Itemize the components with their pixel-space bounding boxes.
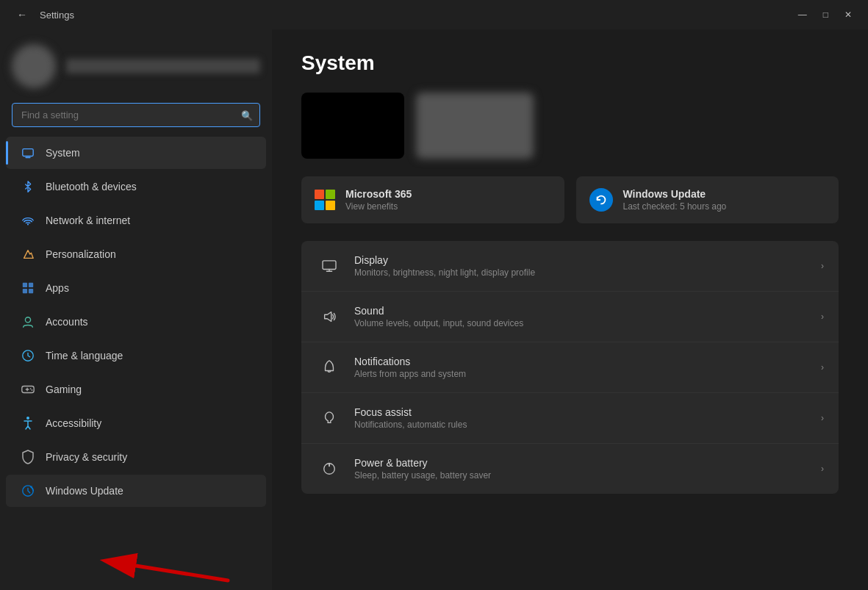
svg-rect-5 — [23, 289, 27, 293]
svg-rect-4 — [29, 283, 33, 287]
sound-icon — [316, 303, 342, 330]
sidebar-item-windows-update[interactable]: Windows Update — [6, 475, 266, 507]
sidebar-item-privacy[interactable]: Privacy & security — [6, 441, 266, 473]
setting-item-power[interactable]: Power & battery Sleep, battery usage, ba… — [301, 444, 839, 494]
power-text: Power & battery Sleep, battery usage, ba… — [354, 457, 821, 481]
display-icon — [316, 253, 342, 279]
search-box: 🔍 — [12, 103, 260, 127]
close-button[interactable]: ✕ — [837, 7, 859, 23]
sidebar-item-label-windows-update: Windows Update — [46, 485, 123, 497]
info-cards: Microsoft 365 View benefits Windows Upda… — [301, 176, 839, 223]
sound-text: Sound Volume levels, output, input, soun… — [354, 305, 821, 328]
svg-rect-3 — [23, 283, 27, 287]
svg-point-7 — [25, 317, 30, 323]
setting-item-notifications[interactable]: Notifications Alerts from apps and syste… — [301, 342, 839, 393]
ms365-subtitle: View benefits — [345, 201, 412, 212]
setting-item-sound[interactable]: Sound Volume levels, output, input, soun… — [301, 292, 839, 342]
notifications-text: Notifications Alerts from apps and syste… — [354, 356, 821, 379]
device-image — [301, 93, 404, 159]
ms365-icon — [315, 190, 335, 210]
sidebar-item-gaming[interactable]: Gaming — [6, 373, 266, 406]
display-chevron: › — [821, 261, 824, 271]
power-description: Sleep, battery usage, battery saver — [354, 470, 821, 481]
user-info — [66, 59, 260, 73]
user-profile — [0, 29, 272, 100]
focus-assist-text: Focus assist Notifications, automatic ru… — [354, 406, 821, 430]
time-icon — [21, 348, 35, 363]
sidebar-item-label-accessibility: Accessibility — [46, 417, 101, 429]
svg-rect-6 — [29, 289, 33, 293]
windows-update-icon — [589, 188, 613, 212]
sidebar-item-label-gaming: Gaming — [46, 384, 82, 395]
search-input[interactable] — [12, 103, 260, 127]
privacy-icon — [21, 450, 35, 464]
ms365-card[interactable]: Microsoft 365 View benefits — [301, 176, 564, 223]
notifications-icon — [316, 354, 342, 381]
sidebar-item-time[interactable]: Time & language — [6, 339, 266, 372]
notifications-label: Notifications — [354, 356, 821, 367]
svg-point-11 — [32, 389, 33, 391]
svg-rect-14 — [323, 261, 336, 270]
settings-window: ← Settings — □ ✕ 🔍 — [0, 0, 868, 590]
back-button[interactable]: ← — [12, 4, 32, 25]
svg-rect-0 — [23, 149, 33, 157]
focus-assist-icon — [316, 405, 342, 431]
sidebar-item-accessibility[interactable]: Accessibility — [6, 407, 266, 439]
sound-description: Volume levels, output, input, sound devi… — [354, 318, 821, 328]
svg-point-2 — [27, 223, 29, 225]
setting-item-display[interactable]: Display Monitors, brightness, night ligh… — [301, 241, 839, 292]
accessibility-icon — [21, 416, 35, 431]
display-description: Monitors, brightness, night light, displ… — [354, 267, 821, 278]
windows-update-title: Windows Update — [623, 188, 727, 200]
sidebar-item-apps[interactable]: Apps — [6, 272, 266, 304]
focus-assist-label: Focus assist — [354, 406, 821, 418]
titlebar-title: Settings — [40, 10, 74, 21]
apps-icon — [21, 281, 35, 295]
power-label: Power & battery — [354, 457, 821, 469]
device-name-blurred — [416, 93, 534, 159]
sidebar-item-personalization[interactable]: Personalization — [6, 238, 266, 270]
search-icon: 🔍 — [241, 109, 253, 120]
content-area: 🔍 System Bluetooth & device — [0, 29, 868, 590]
focus-assist-chevron: › — [821, 413, 824, 423]
sidebar-item-system[interactable]: System — [6, 137, 266, 169]
personalization-icon — [21, 247, 35, 262]
sound-chevron: › — [821, 312, 824, 322]
svg-point-12 — [26, 417, 29, 420]
titlebar-controls: — □ ✕ — [791, 7, 859, 23]
titlebar: ← Settings — □ ✕ — [0, 0, 868, 29]
power-chevron: › — [821, 464, 824, 474]
main-content: System Microsoft 365 — [272, 29, 868, 590]
sound-label: Sound — [354, 305, 821, 317]
sidebar-item-label-accounts: Accounts — [46, 316, 88, 328]
ms365-title: Microsoft 365 — [345, 188, 412, 200]
sidebar-item-label-network: Network & internet — [46, 215, 130, 226]
sidebar-item-label-personalization: Personalization — [46, 248, 116, 260]
sidebar-item-accounts[interactable]: Accounts — [6, 306, 266, 338]
bluetooth-icon — [21, 179, 35, 194]
sidebar-item-bluetooth[interactable]: Bluetooth & devices — [6, 170, 266, 203]
network-icon — [21, 213, 35, 228]
page-title: System — [301, 51, 839, 75]
power-icon — [316, 456, 342, 482]
sidebar-item-label-privacy: Privacy & security — [46, 451, 127, 463]
setting-item-focus-assist[interactable]: Focus assist Notifications, automatic ru… — [301, 393, 839, 444]
windows-update-text: Windows Update Last checked: 5 hours ago — [623, 188, 727, 212]
sidebar-item-label-time: Time & language — [46, 350, 123, 361]
ms365-text: Microsoft 365 View benefits — [345, 188, 412, 212]
maximize-button[interactable]: □ — [816, 7, 836, 23]
settings-list: Display Monitors, brightness, night ligh… — [301, 241, 839, 494]
windows-update-subtitle: Last checked: 5 hours ago — [623, 201, 727, 212]
svg-point-10 — [30, 388, 32, 389]
sidebar-item-network[interactable]: Network & internet — [6, 204, 266, 237]
minimize-button[interactable]: — — [791, 7, 814, 23]
notifications-description: Alerts from apps and system — [354, 369, 821, 379]
sidebar-item-label-system: System — [46, 147, 80, 159]
svg-rect-1 — [25, 157, 30, 158]
gaming-icon — [21, 382, 35, 397]
windows-update-card[interactable]: Windows Update Last checked: 5 hours ago — [576, 176, 839, 223]
display-label: Display — [354, 254, 821, 266]
display-text: Display Monitors, brightness, night ligh… — [354, 254, 821, 278]
accounts-icon — [21, 314, 35, 329]
sidebar-item-label-bluetooth: Bluetooth & devices — [46, 181, 137, 193]
